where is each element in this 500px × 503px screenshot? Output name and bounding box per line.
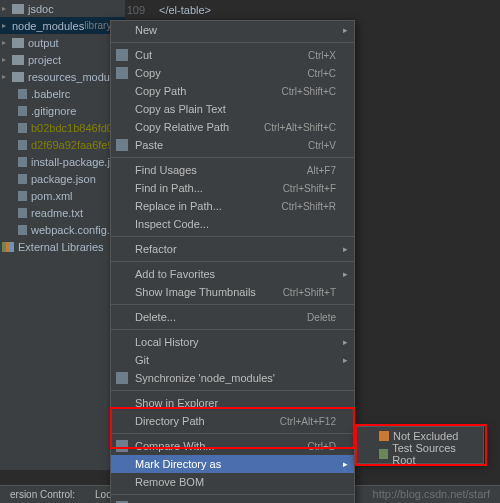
menu-label: Paste [135, 139, 163, 151]
menu-label: Copy as Plain Text [135, 103, 226, 115]
folder-icon [12, 72, 24, 82]
menu-mark-directory-as[interactable]: Mark Directory as▸ [111, 455, 354, 473]
menu-label: Show Image Thumbnails [135, 286, 256, 298]
folder-icon [12, 4, 24, 14]
tree-label: pom.xml [31, 190, 73, 202]
menu-label: Delete... [135, 311, 176, 323]
shortcut: Alt+F7 [307, 165, 336, 176]
cmp-icon [116, 440, 128, 452]
menu-synchronize-node-modules-[interactable]: Synchronize 'node_modules' [111, 369, 354, 387]
menu-local-history[interactable]: Local History▸ [111, 333, 354, 351]
file-d2f69a92faa6fe9[interactable]: d2f69a92faa6fe9 [0, 136, 125, 153]
submenu-label: Not Excluded [393, 430, 458, 442]
external-libraries-label: External Libraries [18, 241, 104, 253]
chevron-icon: ▸ [2, 21, 6, 30]
tree-label: project [28, 54, 61, 66]
menu-copy-path[interactable]: Copy PathCtrl+Shift+C [111, 82, 354, 100]
folder-node_modules[interactable]: ▸node_modules library root [0, 17, 125, 34]
folder-icon [379, 431, 389, 441]
menu-label: Inspect Code... [135, 218, 209, 230]
tree-label: jsdoc [28, 3, 54, 15]
shortcut: Ctrl+Shift+R [282, 201, 336, 212]
menu-show-image-thumbnails[interactable]: Show Image ThumbnailsCtrl+Shift+T [111, 283, 354, 301]
folder-icon [379, 449, 388, 459]
file-package.json[interactable]: package.json [0, 170, 125, 187]
menu-label: Add to Favorites [135, 268, 215, 280]
shortcut: Delete [307, 312, 336, 323]
submenu-test-sources-root[interactable]: Test Sources Root [355, 445, 483, 463]
menu-label: Show in Explorer [135, 397, 218, 409]
menu-refactor[interactable]: Refactor▸ [111, 240, 354, 258]
mark-directory-submenu: Not ExcludedTest Sources Root [354, 426, 484, 464]
folder-project[interactable]: ▸project [0, 51, 125, 68]
shortcut: Ctrl+X [308, 50, 336, 61]
menu-label: Cut [135, 49, 152, 61]
copy-icon [116, 67, 128, 79]
chevron-right-icon: ▸ [343, 244, 348, 254]
tree-label: resources_modu [28, 71, 110, 83]
file-readme.txt[interactable]: readme.txt [0, 204, 125, 221]
external-libraries[interactable]: External Libraries [0, 238, 125, 255]
chevron-icon: ▸ [2, 38, 10, 47]
file-install-package.js[interactable]: install-package.js [0, 153, 125, 170]
menu-replace-in-path-[interactable]: Replace in Path...Ctrl+Shift+R [111, 197, 354, 215]
menu-directory-path[interactable]: Directory PathCtrl+Alt+F12 [111, 412, 354, 430]
file-icon [18, 157, 27, 167]
menu-copy[interactable]: CopyCtrl+C [111, 64, 354, 82]
tree-label: node_modules [12, 20, 84, 32]
file-b02bdc1b846fd0[interactable]: b02bdc1b846fd0 [0, 119, 125, 136]
project-sidebar[interactable]: ▸jsdoc▸node_modules library root▸output▸… [0, 0, 125, 470]
menu-cut[interactable]: CutCtrl+X [111, 46, 354, 64]
menu-copy-relative-path[interactable]: Copy Relative PathCtrl+Alt+Shift+C [111, 118, 354, 136]
file-.babelrc[interactable]: .babelrc [0, 85, 125, 102]
chevron-right-icon: ▸ [343, 459, 348, 469]
library-icon [2, 242, 14, 252]
menu-git[interactable]: Git▸ [111, 351, 354, 369]
menu-label: Find in Path... [135, 182, 203, 194]
tree-label: package.json [31, 173, 96, 185]
chevron-icon: ▸ [2, 72, 10, 81]
menu-delete-[interactable]: Delete...Delete [111, 308, 354, 326]
tree-label: b02bdc1b846fd0 [31, 122, 113, 134]
sync-icon [116, 372, 128, 384]
gutter-line-no: 109 [125, 0, 149, 16]
menu-copy-as-plain-text[interactable]: Copy as Plain Text [111, 100, 354, 118]
chevron-right-icon: ▸ [343, 355, 348, 365]
file-icon [18, 106, 27, 116]
folder-icon [12, 55, 24, 65]
file-icon [18, 89, 27, 99]
menu-label: Copy Path [135, 85, 186, 97]
menu-add-to-favorites[interactable]: Add to Favorites▸ [111, 265, 354, 283]
chevron-right-icon: ▸ [343, 25, 348, 35]
shortcut: Ctrl+Shift+F [283, 183, 336, 194]
menu-inspect-code-[interactable]: Inspect Code... [111, 215, 354, 233]
submenu-label: Test Sources Root [392, 442, 475, 466]
menu-label: New [135, 24, 157, 36]
chevron-right-icon: ▸ [343, 269, 348, 279]
menu-find-usages[interactable]: Find UsagesAlt+F7 [111, 161, 354, 179]
shortcut: Ctrl+Shift+T [283, 287, 336, 298]
menu-paste[interactable]: PasteCtrl+V [111, 136, 354, 154]
tree-label: .babelrc [31, 88, 70, 100]
tree-label: install-package.js [31, 156, 115, 168]
menu-show-in-explorer[interactable]: Show in Explorer [111, 394, 354, 412]
folder-jsdoc[interactable]: ▸jsdoc [0, 0, 125, 17]
menu-create-gist-[interactable]: Create Gist... [111, 498, 354, 503]
folder-resources_modu[interactable]: ▸resources_modu [0, 68, 125, 85]
menu-remove-bom[interactable]: Remove BOM [111, 473, 354, 491]
file-webpack.config.[interactable]: webpack.config. [0, 221, 125, 238]
file-icon [18, 225, 27, 235]
cut-icon [116, 49, 128, 61]
menu-label: Refactor [135, 243, 177, 255]
menu-new[interactable]: New▸ [111, 21, 354, 39]
tree-label: d2f69a92faa6fe9 [31, 139, 114, 151]
folder-output[interactable]: ▸output [0, 34, 125, 51]
code-line[interactable]: </el-table> [159, 4, 492, 19]
file-icon [18, 208, 27, 218]
file-pom.xml[interactable]: pom.xml [0, 187, 125, 204]
menu-find-in-path-[interactable]: Find in Path...Ctrl+Shift+F [111, 179, 354, 197]
menu-label: Synchronize 'node_modules' [135, 372, 275, 384]
file-icon [18, 123, 27, 133]
file-.gitignore[interactable]: .gitignore [0, 102, 125, 119]
menu-compare-with-[interactable]: Compare With...Ctrl+D [111, 437, 354, 455]
